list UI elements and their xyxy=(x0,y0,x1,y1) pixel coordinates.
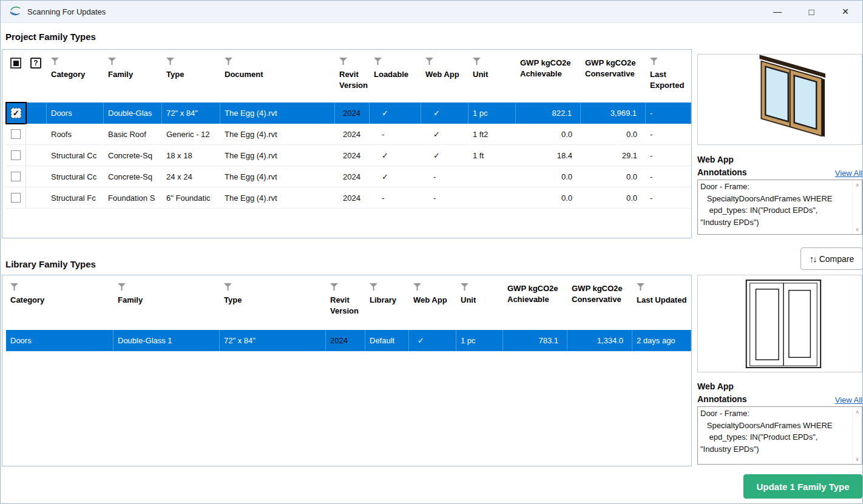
filter-icon[interactable] xyxy=(461,283,469,291)
cell-web-app[interactable]: ✓ xyxy=(421,102,469,124)
column-header-revit-version[interactable]: Revit Version xyxy=(326,275,365,330)
cell-document[interactable]: The Egg (4).rvt xyxy=(220,187,335,208)
cell-loadable[interactable]: ✓ xyxy=(370,102,421,124)
table-row[interactable]: ✓ Doors Double-Glas 72" x 84" The Egg (4… xyxy=(6,102,691,124)
cell-family[interactable]: Foundation S xyxy=(104,187,162,208)
column-header-category[interactable]: Category xyxy=(47,50,104,102)
filter-icon[interactable] xyxy=(166,58,174,65)
cell-gwp-conservative[interactable]: 0.0 xyxy=(581,124,646,144)
table-row[interactable]: Structural Cc Concrete-Sq 24 x 24 The Eg… xyxy=(6,166,691,187)
cell-web-app[interactable]: ✓ xyxy=(409,330,456,351)
update-family-type-button[interactable]: Update 1 Family Type xyxy=(743,474,862,499)
scroll-down-icon[interactable]: ∨ xyxy=(855,226,859,232)
cell-family[interactable]: Basic Roof xyxy=(104,124,162,144)
checkbox-unchecked-icon[interactable] xyxy=(11,172,21,181)
cell-type[interactable]: 72" x 84" xyxy=(162,102,220,124)
cell-library[interactable]: Default xyxy=(365,330,409,351)
row-checkbox-cell[interactable]: ✓ xyxy=(6,102,26,124)
cell-web-app[interactable]: ✓ xyxy=(421,145,469,166)
filter-icon[interactable] xyxy=(425,58,433,65)
table-row[interactable]: Structural Cc Concrete-Sq 18 x 18 The Eg… xyxy=(6,145,691,166)
cell-type[interactable]: Generic - 12 xyxy=(162,124,220,144)
cell-revit-version[interactable]: 2024 xyxy=(326,330,365,351)
maximize-icon[interactable]: □ xyxy=(794,1,828,22)
minimize-icon[interactable]: — xyxy=(760,1,794,22)
column-header-type[interactable]: Type xyxy=(220,275,326,330)
cell-gwp-achievable[interactable]: 0.0 xyxy=(516,124,581,144)
cell-last-exported[interactable]: - xyxy=(646,166,691,187)
column-header-gwp-conservative[interactable]: GWP kgCO2e Conservative xyxy=(567,275,632,330)
cell-family[interactable]: Concrete-Sq xyxy=(104,166,162,187)
cell-gwp-conservative[interactable]: 3,969.1 xyxy=(581,102,646,124)
cell-unit[interactable] xyxy=(469,187,516,208)
cell-gwp-achievable[interactable]: 18.4 xyxy=(516,145,581,166)
cell-gwp-achievable[interactable]: 0.0 xyxy=(516,166,581,187)
column-header-unit[interactable]: Unit xyxy=(456,275,503,330)
checkbox-unchecked-icon[interactable] xyxy=(11,193,21,203)
help-icon[interactable]: ? xyxy=(30,58,41,69)
row-checkbox-cell[interactable] xyxy=(6,187,26,208)
cell-category[interactable]: Structural Cc xyxy=(47,145,104,166)
filter-icon[interactable] xyxy=(118,283,126,291)
cell-loadable[interactable]: ✓ xyxy=(370,166,421,187)
row-checkbox-cell[interactable] xyxy=(6,124,26,144)
column-header-web-app[interactable]: Web App xyxy=(421,50,469,102)
filter-icon[interactable] xyxy=(108,58,116,65)
cell-revit-version[interactable]: 2024 xyxy=(335,187,370,208)
filter-icon[interactable] xyxy=(330,283,338,291)
filter-icon[interactable] xyxy=(637,283,645,291)
cell-category[interactable]: Roofs xyxy=(47,124,104,144)
cell-family[interactable]: Concrete-Sq xyxy=(104,145,162,166)
cell-document[interactable]: The Egg (4).rvt xyxy=(220,102,335,124)
cell-gwp-achievable[interactable]: 0.0 xyxy=(516,187,581,208)
cell-last-exported[interactable]: - xyxy=(646,187,691,208)
cell-document[interactable]: The Egg (4).rvt xyxy=(220,124,335,144)
filter-icon[interactable] xyxy=(374,58,382,65)
cell-gwp-achievable[interactable]: 783.1 xyxy=(503,330,567,351)
cell-web-app[interactable]: - xyxy=(421,166,469,187)
column-header-category[interactable]: Category xyxy=(6,275,113,330)
cell-unit[interactable]: 1 ft2 xyxy=(469,124,516,144)
filter-icon[interactable] xyxy=(339,58,347,65)
cell-gwp-conservative[interactable]: 29.1 xyxy=(581,145,646,166)
column-header-last-exported[interactable]: Last Exported xyxy=(646,50,691,102)
cell-loadable[interactable]: - xyxy=(370,187,421,208)
cell-revit-version[interactable]: 2024 xyxy=(335,145,370,166)
row-checkbox-cell[interactable] xyxy=(6,145,26,166)
cell-gwp-conservative[interactable]: 0.0 xyxy=(581,187,646,208)
table-row[interactable]: Doors Double-Glass 1 72" x 84" 2024 Defa… xyxy=(6,330,691,351)
cell-category[interactable]: Structural Fc xyxy=(47,187,104,208)
cell-loadable[interactable]: ✓ xyxy=(370,145,421,166)
column-header-gwp-conservative[interactable]: GWP kgCO2e Conservative xyxy=(581,50,646,102)
close-icon[interactable]: × xyxy=(828,1,862,22)
filter-icon[interactable] xyxy=(650,58,658,65)
cell-type[interactable]: 6" Foundatic xyxy=(162,187,220,208)
scroll-down-icon[interactable]: ∨ xyxy=(855,456,859,462)
cell-last-exported[interactable]: - xyxy=(646,124,691,144)
filter-icon[interactable] xyxy=(224,283,232,291)
view-all-link[interactable]: View All xyxy=(835,169,862,178)
column-header-gwp-achievable[interactable]: GWP kgCO2e Achievable xyxy=(503,275,567,330)
cell-category[interactable]: Doors xyxy=(47,102,104,124)
cell-web-app[interactable]: ✓ xyxy=(421,124,469,144)
checkbox-unchecked-icon[interactable] xyxy=(11,150,21,160)
cell-web-app[interactable]: - xyxy=(421,187,469,208)
view-all-link[interactable]: View All xyxy=(835,395,862,405)
cell-type[interactable]: 24 x 24 xyxy=(162,166,220,187)
cell-loadable[interactable]: - xyxy=(370,124,421,144)
cell-last-exported[interactable]: - xyxy=(646,145,691,166)
column-header-web-app[interactable]: Web App xyxy=(409,275,456,330)
cell-revit-version[interactable]: 2024 xyxy=(335,124,370,144)
column-header-type[interactable]: Type xyxy=(162,50,220,102)
cell-unit[interactable]: 1 pc xyxy=(456,330,503,351)
compare-button[interactable]: ↑↓ Compare xyxy=(800,247,863,270)
checkbox-checked-icon[interactable]: ✓ xyxy=(11,108,21,118)
filter-icon[interactable] xyxy=(370,283,377,291)
column-header-family[interactable]: Family xyxy=(113,275,220,330)
column-header-family[interactable]: Family xyxy=(104,50,162,102)
cell-gwp-conservative[interactable]: 1,334.0 xyxy=(567,330,632,351)
cell-gwp-achievable[interactable]: 822.1 xyxy=(516,102,581,124)
cell-unit[interactable] xyxy=(469,166,516,187)
filter-icon[interactable] xyxy=(473,58,481,65)
scroll-up-icon[interactable]: ∧ xyxy=(855,182,859,188)
